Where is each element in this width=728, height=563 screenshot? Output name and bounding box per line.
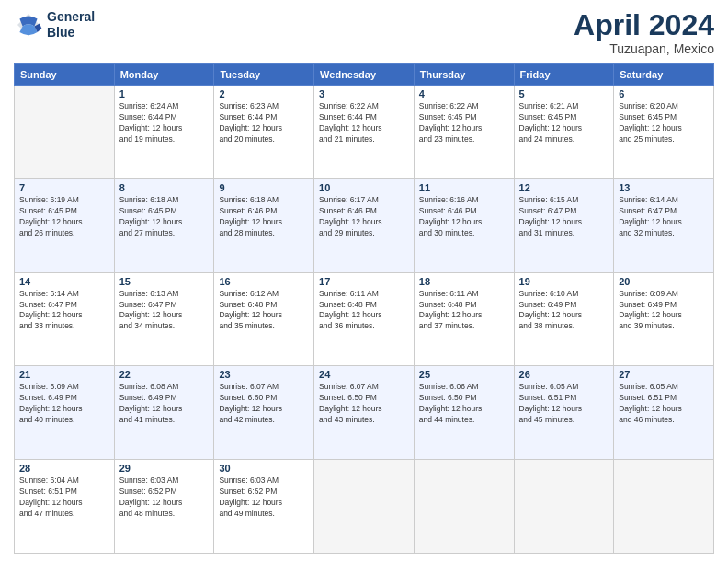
table-row [15, 86, 115, 179]
day-info: Sunrise: 6:03 AMSunset: 6:52 PMDaylight:… [219, 476, 309, 520]
table-row: 30Sunrise: 6:03 AMSunset: 6:52 PMDayligh… [214, 460, 314, 554]
day-info: Sunrise: 6:17 AMSunset: 6:46 PMDaylight:… [319, 195, 409, 239]
day-number: 10 [319, 182, 409, 193]
day-info: Sunrise: 6:18 AMSunset: 6:46 PMDaylight:… [219, 195, 309, 239]
table-row: 3Sunrise: 6:22 AMSunset: 6:44 PMDaylight… [314, 86, 415, 179]
table-row: 7Sunrise: 6:19 AMSunset: 6:45 PMDaylight… [15, 178, 115, 272]
day-number: 29 [119, 463, 210, 474]
day-info: Sunrise: 6:22 AMSunset: 6:45 PMDaylight:… [419, 101, 509, 145]
calendar-week-3: 14Sunrise: 6:14 AMSunset: 6:47 PMDayligh… [15, 272, 714, 366]
day-number: 20 [619, 276, 709, 287]
calendar-week-4: 21Sunrise: 6:09 AMSunset: 6:49 PMDayligh… [15, 366, 714, 460]
day-number: 15 [119, 276, 210, 287]
col-friday: Friday [514, 64, 614, 86]
table-row: 24Sunrise: 6:07 AMSunset: 6:50 PMDayligh… [314, 366, 415, 460]
col-monday: Monday [114, 64, 214, 86]
day-number: 28 [19, 463, 109, 474]
table-row: 28Sunrise: 6:04 AMSunset: 6:51 PMDayligh… [15, 460, 115, 554]
day-number: 19 [519, 276, 609, 287]
day-info: Sunrise: 6:22 AMSunset: 6:44 PMDaylight:… [319, 101, 409, 145]
table-row: 11Sunrise: 6:16 AMSunset: 6:46 PMDayligh… [414, 178, 514, 272]
col-saturday: Saturday [614, 64, 714, 86]
day-number: 25 [419, 369, 509, 380]
logo-text: General Blue [47, 9, 95, 40]
day-info: Sunrise: 6:12 AMSunset: 6:48 PMDaylight:… [219, 289, 309, 333]
calendar-week-1: 1Sunrise: 6:24 AMSunset: 6:44 PMDaylight… [15, 86, 714, 179]
table-row: 17Sunrise: 6:11 AMSunset: 6:48 PMDayligh… [314, 272, 415, 366]
table-row: 12Sunrise: 6:15 AMSunset: 6:47 PMDayligh… [514, 178, 614, 272]
day-info: Sunrise: 6:07 AMSunset: 6:50 PMDaylight:… [219, 382, 309, 426]
table-row: 16Sunrise: 6:12 AMSunset: 6:48 PMDayligh… [214, 272, 314, 366]
month-title: April 2024 [574, 9, 714, 41]
col-sunday: Sunday [15, 64, 115, 86]
day-info: Sunrise: 6:23 AMSunset: 6:44 PMDaylight:… [219, 101, 309, 145]
day-number: 12 [519, 182, 609, 193]
day-number: 22 [119, 369, 210, 380]
table-row: 9Sunrise: 6:18 AMSunset: 6:46 PMDaylight… [214, 178, 314, 272]
day-info: Sunrise: 6:07 AMSunset: 6:50 PMDaylight:… [319, 382, 409, 426]
header: General Blue April 2024 Tuzuapan, Mexico [14, 9, 714, 56]
table-row [314, 460, 415, 554]
day-info: Sunrise: 6:13 AMSunset: 6:47 PMDaylight:… [119, 289, 210, 333]
col-tuesday: Tuesday [214, 64, 314, 86]
day-info: Sunrise: 6:21 AMSunset: 6:45 PMDaylight:… [519, 101, 609, 145]
table-row: 10Sunrise: 6:17 AMSunset: 6:46 PMDayligh… [314, 178, 415, 272]
day-number: 17 [319, 276, 409, 287]
subtitle: Tuzuapan, Mexico [574, 41, 714, 56]
day-info: Sunrise: 6:08 AMSunset: 6:49 PMDaylight:… [119, 382, 210, 426]
day-info: Sunrise: 6:16 AMSunset: 6:46 PMDaylight:… [419, 195, 509, 239]
table-row: 13Sunrise: 6:14 AMSunset: 6:47 PMDayligh… [614, 178, 714, 272]
day-info: Sunrise: 6:20 AMSunset: 6:45 PMDaylight:… [619, 101, 709, 145]
day-number: 13 [619, 182, 709, 193]
day-info: Sunrise: 6:06 AMSunset: 6:50 PMDaylight:… [419, 382, 509, 426]
day-info: Sunrise: 6:11 AMSunset: 6:48 PMDaylight:… [419, 289, 509, 333]
day-number: 24 [319, 369, 409, 380]
title-block: April 2024 Tuzuapan, Mexico [574, 9, 714, 56]
table-row [414, 460, 514, 554]
col-thursday: Thursday [414, 64, 514, 86]
day-info: Sunrise: 6:04 AMSunset: 6:51 PMDaylight:… [19, 476, 109, 520]
day-number: 9 [219, 182, 309, 193]
day-info: Sunrise: 6:14 AMSunset: 6:47 PMDaylight:… [19, 289, 109, 333]
day-number: 8 [119, 182, 210, 193]
day-info: Sunrise: 6:24 AMSunset: 6:44 PMDaylight:… [119, 101, 210, 145]
table-row: 26Sunrise: 6:05 AMSunset: 6:51 PMDayligh… [514, 366, 614, 460]
day-number: 3 [319, 88, 409, 99]
table-row: 8Sunrise: 6:18 AMSunset: 6:45 PMDaylight… [114, 178, 214, 272]
day-number: 5 [519, 88, 609, 99]
day-number: 26 [519, 369, 609, 380]
day-info: Sunrise: 6:18 AMSunset: 6:45 PMDaylight:… [119, 195, 210, 239]
table-row: 20Sunrise: 6:09 AMSunset: 6:49 PMDayligh… [614, 272, 714, 366]
day-info: Sunrise: 6:05 AMSunset: 6:51 PMDaylight:… [619, 382, 709, 426]
day-info: Sunrise: 6:19 AMSunset: 6:45 PMDaylight:… [19, 195, 109, 239]
table-row: 1Sunrise: 6:24 AMSunset: 6:44 PMDaylight… [114, 86, 214, 179]
day-number: 23 [219, 369, 309, 380]
table-row: 6Sunrise: 6:20 AMSunset: 6:45 PMDaylight… [614, 86, 714, 179]
table-row: 4Sunrise: 6:22 AMSunset: 6:45 PMDaylight… [414, 86, 514, 179]
table-row: 22Sunrise: 6:08 AMSunset: 6:49 PMDayligh… [114, 366, 214, 460]
day-info: Sunrise: 6:03 AMSunset: 6:52 PMDaylight:… [119, 476, 210, 520]
day-number: 4 [419, 88, 509, 99]
table-row: 25Sunrise: 6:06 AMSunset: 6:50 PMDayligh… [414, 366, 514, 460]
logo-icon [14, 10, 43, 40]
calendar-week-2: 7Sunrise: 6:19 AMSunset: 6:45 PMDaylight… [15, 178, 714, 272]
table-row: 14Sunrise: 6:14 AMSunset: 6:47 PMDayligh… [15, 272, 115, 366]
col-wednesday: Wednesday [314, 64, 415, 86]
header-row: Sunday Monday Tuesday Wednesday Thursday… [15, 64, 714, 86]
table-row: 5Sunrise: 6:21 AMSunset: 6:45 PMDaylight… [514, 86, 614, 179]
day-number: 18 [419, 276, 509, 287]
table-row: 18Sunrise: 6:11 AMSunset: 6:48 PMDayligh… [414, 272, 514, 366]
day-number: 27 [619, 369, 709, 380]
table-row: 29Sunrise: 6:03 AMSunset: 6:52 PMDayligh… [114, 460, 214, 554]
logo: General Blue [14, 9, 95, 40]
table-row: 23Sunrise: 6:07 AMSunset: 6:50 PMDayligh… [214, 366, 314, 460]
day-number: 14 [19, 276, 109, 287]
day-info: Sunrise: 6:11 AMSunset: 6:48 PMDaylight:… [319, 289, 409, 333]
table-row: 2Sunrise: 6:23 AMSunset: 6:44 PMDaylight… [214, 86, 314, 179]
day-info: Sunrise: 6:10 AMSunset: 6:49 PMDaylight:… [519, 289, 609, 333]
day-info: Sunrise: 6:09 AMSunset: 6:49 PMDaylight:… [619, 289, 709, 333]
table-row [614, 460, 714, 554]
day-number: 21 [19, 369, 109, 380]
day-number: 30 [219, 463, 309, 474]
day-info: Sunrise: 6:09 AMSunset: 6:49 PMDaylight:… [19, 382, 109, 426]
